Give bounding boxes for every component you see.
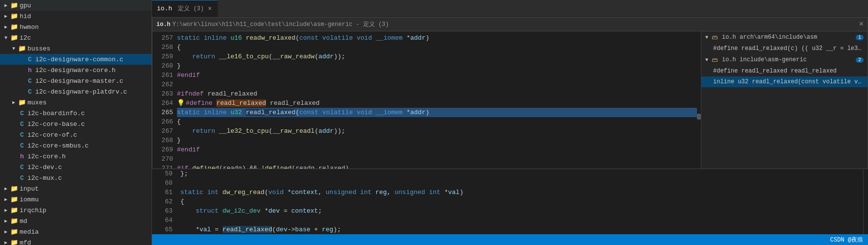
bottom-code-area: 5960616263646566 }; static int dw_reg_re… [152,169,868,234]
file-icon-i2c-designware-platdrv.c: C [25,88,34,96]
sidebar-item-mfd[interactable]: ▶📁mfd [0,237,151,245]
sidebar-item-md[interactable]: ▶📁md [0,216,151,226]
file-icon-i2c-dev.c: C [18,164,26,171]
folder-icon-irqchip: 📁 [10,206,19,214]
file-icon-i2c-mux.c: C [18,174,26,182]
sidebar-item-i2c-core-base.c[interactable]: Ci2c-core-base.c [0,119,151,129]
sidebar-item-busses[interactable]: ▼📁busses [0,43,151,54]
tab-close-button[interactable]: × [207,5,213,13]
sidebar-item-input[interactable]: ▶📁input [0,183,151,194]
file-icon-i2c-core.h: h [18,153,26,160]
peek-file-label: io.h [156,21,171,28]
sidebar-label-input: input [20,185,39,193]
sidebar-label-i2c-designware-master.c: i2c-designware-master.c [35,77,123,85]
status-bar: CSDN @夜痕 [152,234,868,245]
peek-code-line-269: #endif [177,145,697,154]
sidebar-label-mfd: mfd [20,239,31,245]
file-icon-i2c-boardinfo.c: C [18,110,26,117]
sidebar-item-i2c[interactable]: ▼📁i2c [0,32,151,43]
tab-definition: 定义 (3) [178,4,204,13]
sidebar-label-i2c-core-smbus.c: i2c-core-smbus.c [27,142,89,149]
sidebar-item-irqchip[interactable]: ▶📁irqchip [0,205,151,216]
folder-arrow-mfd: ▶ [2,240,10,245]
sidebar-label-i2c-core.h: i2c-core.h [27,153,66,160]
ref-group-arrow: ▼ [705,57,708,63]
ref-group-label: io.h arch\arm64\include\asm [722,34,817,41]
folder-icon-input: 📁 [10,185,19,193]
folder-icon-gpu: 📁 [10,1,19,9]
sidebar-label-i2c-core-of.c: i2c-core-of.c [27,131,77,139]
sidebar-label-i2c-boardinfo.c: i2c-boardinfo.c [27,110,85,117]
sidebar-label-hid: hid [20,13,31,20]
sidebar-item-i2c-designware-platdrv.c[interactable]: Ci2c-designware-platdrv.c [0,86,151,97]
peek-code-line-261: #endif [177,71,697,80]
folder-icon-media: 📁 [10,228,19,236]
code-line-61: static int dw_reg_read(void *context, un… [180,188,863,197]
peek-panel: io.h Y:\work\linux\h11\h11_code\test\inc… [152,17,868,169]
sidebar-item-i2c-designware-core.h[interactable]: hi2c-designware-core.h [0,65,151,75]
peek-code-line-260: } [177,61,697,71]
sidebar-item-i2c-core-of.c[interactable]: Ci2c-core-of.c [0,129,151,140]
sidebar-item-gpu[interactable]: ▶📁gpu [0,0,151,11]
sidebar-label-media: media [20,228,39,236]
main-editor-area: io.h 定义 (3) × io.h Y:\work\linux\h11\h11… [152,0,868,245]
peek-code-line-270 [177,154,697,164]
folder-arrow-md: ▶ [2,218,10,224]
ref-group-arch-arm64[interactable]: ▼ 🗃 io.h arch\arm64\include\asm 1 [701,31,868,43]
sidebar-item-hid[interactable]: ▶📁hid [0,11,151,22]
sidebar-item-i2c-designware-common.c[interactable]: Ci2c-designware-common.c [0,54,151,65]
ref-item-text: inline u32 readl_relaxed(const volatile … [713,78,864,85]
code-line-64 [180,216,863,225]
file-icon-i2c-designware-master.c: C [25,77,34,85]
ref-item-include-asm-generic-0[interactable]: #define readl_relaxed readl_relaxed [701,66,868,76]
peek-code-line-259: return __le16_to_cpu(__raw_readw(addr)); [177,52,697,61]
sidebar-item-i2c-mux.c[interactable]: Ci2c-mux.c [0,172,151,183]
folder-arrow-gpu: ▶ [2,2,10,8]
sidebar-label-i2c-designware-core.h: i2c-designware-core.h [35,67,116,74]
sidebar-label-hwmon: hwmon [20,24,39,31]
sidebar-item-i2c-boardinfo.c[interactable]: Ci2c-boardinfo.c [0,108,151,119]
peek-code-line-268: } [177,136,697,145]
ref-group-include-asm-generic[interactable]: ▼ 🗃 io.h include\asm-generic 2 [701,54,868,66]
main-code-content[interactable]: }; static int dw_reg_read(void *context,… [176,169,863,234]
sidebar-label-md: md [20,218,27,225]
active-tab[interactable]: io.h 定义 (3) × [152,0,218,17]
peek-refs-panel: ▼ 🗃 io.h arch\arm64\include\asm 1#define… [701,31,868,169]
status-text: CSDN @夜痕 [830,236,863,244]
sidebar-item-i2c-core-smbus.c[interactable]: Ci2c-core-smbus.c [0,140,151,151]
sidebar-item-iommu[interactable]: ▶📁iommu [0,194,151,205]
peek-header-path: Y:\work\linux\h11\h11_code\test\include\… [173,20,389,28]
peek-code[interactable]: static inline u16 readw_relaxed(const vo… [177,31,697,169]
folder-icon-muxes: 📁 [18,98,26,106]
peek-code-line-265: static inline u32 readl_relaxed(const vo… [177,108,697,117]
file-icon-i2c-core-base.c: C [18,121,26,128]
peek-header: io.h Y:\work\linux\h11\h11_code\test\inc… [152,18,868,31]
ref-group-icon: 🗃 [710,56,719,64]
editor-container: io.h Y:\work\linux\h11\h11_code\test\inc… [152,17,868,234]
file-explorer: ▶📁gpu▶📁hid▶📁hwmon▼📁i2c▼📁bussesCi2c-desig… [0,0,152,245]
folder-arrow-input: ▶ [2,186,10,192]
ref-item-arch-arm64-0[interactable]: #define readl_relaxed(c) (( u32 __r = le… [701,43,868,54]
sidebar-item-media[interactable]: ▶📁media [0,226,151,237]
folder-arrow-hwmon: ▶ [2,24,10,30]
file-icon-i2c-core-of.c: C [18,131,26,139]
sidebar-item-muxes[interactable]: ▶📁muxes [0,97,151,108]
ref-item-include-asm-generic-1[interactable]: inline u32 readl_relaxed(const volatile … [701,76,868,87]
sidebar-item-i2c-core.h[interactable]: hi2c-core.h [0,151,151,162]
peek-close-button[interactable]: × [859,20,864,29]
folder-arrow-i2c: ▼ [2,35,10,41]
sidebar-item-i2c-designware-master.c[interactable]: Ci2c-designware-master.c [0,75,151,86]
code-line-59: }; [180,169,863,178]
file-icon-i2c-core-smbus.c: C [18,142,26,149]
sidebar-item-i2c-dev.c[interactable]: Ci2c-dev.c [0,162,151,172]
peek-line-numbers: 2572582592602612622632642652662672682692… [152,31,177,169]
folder-arrow-hid: ▶ [2,13,10,19]
ref-group-badge: 2 [856,57,864,63]
peek-code-line-258: { [177,43,697,52]
sidebar-label-gpu: gpu [20,2,31,9]
sidebar-label-i2c-designware-platdrv.c: i2c-designware-platdrv.c [35,88,127,96]
vertical-scrollbar[interactable] [863,169,868,234]
sidebar-item-hwmon[interactable]: ▶📁hwmon [0,22,151,32]
tab-label: io.h [157,5,172,12]
folder-arrow-irqchip: ▶ [2,207,10,213]
